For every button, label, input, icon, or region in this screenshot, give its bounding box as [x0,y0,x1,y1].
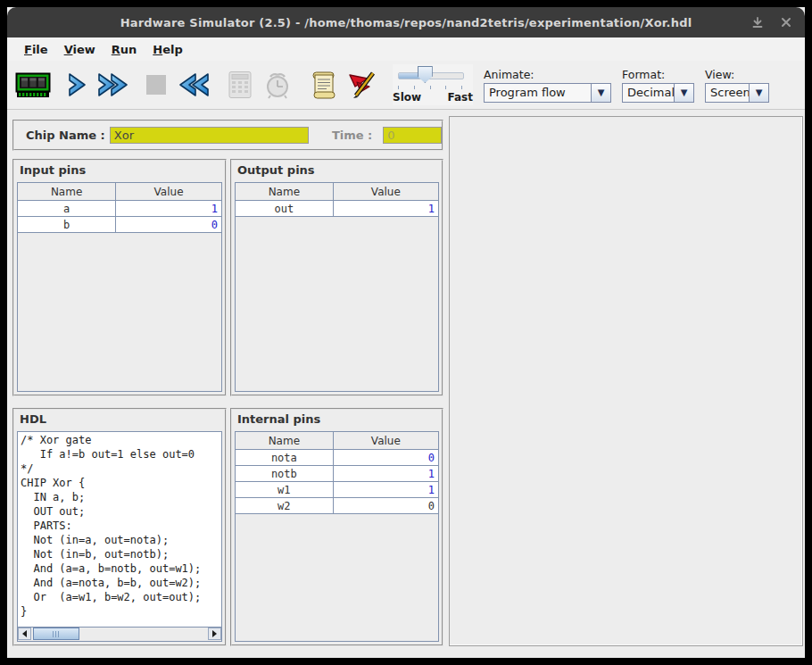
pin-row: nota0 [236,450,438,466]
pin-value: 1 [333,201,438,217]
pin-value[interactable]: 1 [116,201,221,217]
single-step-button[interactable] [57,64,95,105]
hdl-code: /* Xor gate If a!=b out=1 else out=0 */ … [18,432,221,619]
flag-pen-icon [345,70,377,100]
pin-name: nota [236,450,333,466]
screen-view-panel [449,116,803,646]
stop-button [137,64,175,105]
slider-ticks [398,86,462,89]
scroll-icon [310,70,338,100]
menu-bar: File View Run Help [7,37,805,61]
slider-fast-label: Fast [448,91,473,104]
hdl-code-view: /* Xor gate If a!=b out=1 else out=0 */ … [17,431,222,642]
pin-value: 1 [333,482,438,498]
pin-name: a [18,201,116,217]
view-select[interactable]: Screen ▼ [705,83,769,103]
calculator-button [221,64,259,105]
animate-select[interactable]: Program flow ▼ [484,83,611,103]
menu-file[interactable]: File [16,40,56,59]
main-content: Chip Name : Xor Time : 0 Input pins Name… [7,110,805,658]
animate-control: Animate: Program flow ▼ [484,68,611,103]
minimize-icon[interactable] [750,14,766,30]
calculator-icon [227,70,253,100]
hdl-title: HDL [14,410,225,428]
time-field: 0 [383,127,442,144]
rewind-icon [176,71,211,98]
input-pins-panel: Input pins Name Value a1b0 [12,159,227,396]
pin-name: notb [236,466,333,482]
pin-value: 0 [333,450,438,466]
stop-square-icon [145,73,168,96]
scroll-right-arrow-icon[interactable] [208,628,221,640]
column-header-name: Name [236,183,333,201]
app-window: Hardware Simulator (2.5) - /home/thomas/… [7,7,805,658]
format-control: Format: Decimal ▼ [622,68,694,103]
pin-value: 1 [333,466,438,482]
menu-help[interactable]: Help [145,40,190,59]
view-value: Screen [706,84,749,102]
pin-name: out [236,201,333,217]
pin-row: a1 [18,201,221,217]
menu-view[interactable]: View [56,40,104,59]
pin-row: w11 [236,482,438,498]
load-chip-button[interactable] [14,64,52,105]
internal-pins-title: Internal pins [232,410,442,428]
window-title: Hardware Simulator (2.5) - /home/thomas/… [120,16,692,29]
output-pins-panel: Output pins Name Value out1 [230,159,443,396]
window-controls [750,7,794,37]
chevron-down-icon: ▼ [749,84,768,102]
scrollbar-thumb[interactable] [33,628,79,640]
output-pins-table: Name Value out1 [235,182,439,392]
chevron-down-icon: ▼ [591,84,610,102]
menu-run[interactable]: Run [104,40,145,59]
slider-slow-label: Slow [393,91,421,104]
input-pins-table: Name Value a1b0 [17,182,222,392]
slider-thumb[interactable] [418,66,433,83]
format-select[interactable]: Decimal ▼ [622,83,694,103]
chip-header-panel: Chip Name : Xor Time : 0 [12,120,443,151]
pin-row: b0 [18,217,221,233]
animate-value: Program flow [485,84,591,102]
pin-name: w2 [236,498,333,514]
time-label: Time : [332,129,372,142]
view-label: View: [705,68,769,81]
chip-name-field[interactable]: Xor [110,127,309,144]
pin-name: b [18,217,116,233]
step-forward-icon [63,71,88,98]
clock-button [259,64,296,105]
fast-forward-icon [95,71,131,98]
pin-row: out1 [236,201,438,217]
format-label: Format: [622,68,694,81]
column-header-name: Name [18,183,116,201]
view-hdl-button[interactable] [305,64,343,105]
pin-row: w20 [236,498,438,514]
close-icon[interactable] [778,14,794,30]
column-header-name: Name [236,432,333,450]
reset-button[interactable] [175,64,212,105]
pin-name: w1 [236,482,333,498]
format-value: Decimal [623,84,674,102]
animate-label: Animate: [484,68,611,81]
toolbar: Slow Fast Animate: Program flow ▼ Format… [7,61,805,110]
internal-pins-panel: Internal pins Name Value nota0notb1w11w2… [230,408,443,646]
column-header-value: Value [116,183,221,201]
memory-chip-icon [15,71,51,99]
input-pins-title: Input pins [14,161,225,179]
internal-pins-table: Name Value nota0notb1w11w20 [235,431,439,642]
view-control: View: Screen ▼ [705,68,769,103]
alarm-clock-icon [263,70,292,100]
pin-value: 0 [333,498,438,514]
column-header-value: Value [333,432,438,450]
chip-name-label: Chip Name : [26,129,105,142]
pin-row: notb1 [236,466,438,482]
column-header-value: Value [333,183,438,201]
pin-value[interactable]: 0 [116,217,221,233]
speed-slider: Slow Fast [393,64,473,105]
hdl-horizontal-scrollbar[interactable] [18,627,221,641]
hdl-panel: HDL /* Xor gate If a!=b out=1 else out=0… [12,408,227,646]
output-pins-title: Output pins [232,161,442,179]
run-button[interactable] [95,64,132,105]
breakpoints-button[interactable] [343,64,380,105]
window-titlebar: Hardware Simulator (2.5) - /home/thomas/… [7,7,805,37]
scroll-left-arrow-icon[interactable] [18,628,31,640]
